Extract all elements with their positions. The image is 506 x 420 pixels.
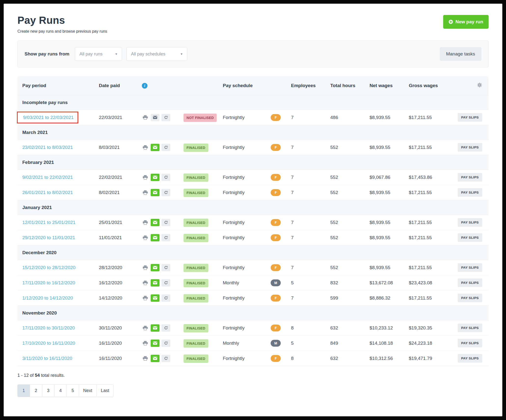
pay-slips-button[interactable]: PAY SLIPS [458, 278, 482, 287]
group-header-row: February 2021 [17, 155, 489, 170]
email-icon[interactable] [151, 189, 160, 196]
pay-run-row: 9/03/2021 to 22/03/2021 22/03/2021 [17, 110, 489, 125]
status-badge: FINALISED [184, 173, 208, 182]
email-icon[interactable] [151, 264, 160, 271]
pay-slips-button[interactable]: PAY SLIPS [458, 324, 482, 332]
printer-icon[interactable] [142, 234, 149, 241]
schedule-badge-cell: F [271, 295, 289, 302]
pagination-button[interactable]: Next [79, 384, 97, 397]
pagination-button[interactable]: 3 [42, 384, 54, 397]
pay-slips-button[interactable]: PAY SLIPS [458, 188, 482, 197]
pay-period-cell: 29/12/2020 to 11/01/2021 [17, 235, 99, 240]
pagination-button[interactable]: 5 [67, 384, 79, 397]
net-wages-cell: $10,312.56 [368, 356, 407, 361]
pay-schedule-cell: Fortnightly [223, 115, 271, 120]
new-pay-run-button[interactable]: New pay run [443, 15, 489, 29]
printer-icon[interactable] [142, 264, 149, 271]
pay-run-row: 3/11/2020 to 16/11/2020 16/11/2020 [17, 351, 489, 366]
pay-slips-button[interactable]: PAY SLIPS [458, 218, 482, 227]
recurring-icon[interactable] [161, 294, 170, 302]
recurring-icon[interactable] [161, 234, 170, 241]
email-icon[interactable] [151, 174, 160, 181]
recurring-icon[interactable] [161, 174, 170, 181]
printer-icon[interactable] [142, 189, 149, 196]
printer-icon[interactable] [142, 294, 149, 302]
recurring-icon[interactable] [161, 340, 170, 347]
schedule-badge-cell: F [271, 264, 289, 271]
pagination-button[interactable]: 4 [54, 384, 67, 397]
printer-icon[interactable] [142, 144, 149, 151]
email-icon[interactable] [151, 114, 160, 121]
date-paid-cell: 16/12/2020 [99, 280, 138, 286]
gear-icon[interactable] [477, 82, 482, 89]
email-icon[interactable] [151, 279, 160, 287]
employees-cell: 7 [289, 235, 328, 240]
printer-icon[interactable] [142, 279, 149, 287]
pay-slips-button[interactable]: PAY SLIPS [458, 113, 482, 122]
pagination-button[interactable]: Last [96, 384, 114, 397]
pay-slips-cell: PAY SLIPS [447, 218, 489, 227]
pay-period-link[interactable]: 15/12/2020 to 28/12/2020 [22, 265, 76, 270]
pay-schedules-filter-select[interactable]: All pay schedules ▾ [126, 47, 187, 61]
pay-period-link[interactable]: 17/11/2020 to 16/12/2020 [22, 280, 75, 286]
recurring-icon[interactable] [161, 114, 170, 121]
schedule-badge-cell: M [271, 340, 289, 347]
pay-period-link[interactable]: 17/11/2020 to 30/11/2020 [22, 325, 75, 331]
date-paid-cell: 11/01/2021 [99, 235, 138, 240]
pay-runs-page: Pay Runs Create new pay runs and browse … [4, 4, 502, 416]
status-cell: FINALISED [184, 341, 223, 346]
status-cell: NOT FINALISED [184, 115, 223, 120]
pay-slips-button[interactable]: PAY SLIPS [458, 339, 482, 347]
group-header-row: November 2020 [17, 305, 489, 320]
pay-period-link[interactable]: 23/02/2021 to 8/03/2021 [22, 145, 73, 150]
recurring-icon[interactable] [161, 324, 170, 332]
email-icon[interactable] [151, 144, 160, 151]
pay-slips-button[interactable]: PAY SLIPS [458, 263, 482, 272]
recurring-icon[interactable] [161, 144, 170, 151]
info-icon[interactable]: i [142, 83, 147, 89]
email-icon[interactable] [151, 234, 160, 241]
pay-period-link[interactable]: 26/01/2021 to 8/02/2021 [22, 190, 73, 195]
col-header-net-wages: Net wages [368, 83, 407, 88]
email-icon[interactable] [151, 219, 160, 226]
pay-slips-button[interactable]: PAY SLIPS [458, 173, 482, 182]
recurring-icon[interactable] [161, 355, 170, 362]
email-icon[interactable] [151, 324, 160, 332]
row-actions [138, 144, 184, 151]
pay-slips-button[interactable]: PAY SLIPS [458, 143, 482, 152]
pay-run-row: 26/01/2021 to 8/02/2021 8/02/2021 [17, 185, 489, 200]
recurring-icon[interactable] [161, 279, 170, 287]
pay-period-link[interactable]: 29/12/2020 to 11/01/2021 [22, 235, 75, 240]
col-header-gross-wages: Gross wages [407, 83, 447, 88]
recurring-icon[interactable] [161, 219, 170, 226]
printer-icon[interactable] [142, 174, 149, 181]
printer-icon[interactable] [142, 114, 149, 121]
pay-period-link[interactable]: 9/02/2021 to 22/02/2021 [22, 175, 73, 180]
email-icon[interactable] [151, 340, 160, 347]
printer-icon[interactable] [142, 340, 149, 347]
pay-period-link[interactable]: 12/01/2021 to 25/01/2021 [22, 220, 76, 225]
pay-slips-button[interactable]: PAY SLIPS [458, 294, 482, 302]
pay-period-link[interactable]: 9/03/2021 to 22/03/2021 [23, 115, 74, 120]
pay-runs-filter-select[interactable]: All pay runs ▾ [75, 47, 122, 61]
pay-period-link[interactable]: 17/10/2020 to 16/11/2020 [22, 341, 75, 346]
pay-period-cell: 17/10/2020 to 16/11/2020 [17, 341, 99, 346]
gross-wages-cell: $17,211.55 [407, 220, 447, 225]
printer-icon[interactable] [142, 219, 149, 226]
manage-tasks-button[interactable]: Manage tasks [440, 47, 481, 61]
pagination-button[interactable]: 1 [17, 384, 30, 397]
pay-slips-button[interactable]: PAY SLIPS [458, 354, 482, 363]
printer-icon[interactable] [142, 355, 149, 362]
chevron-down-icon: ▾ [181, 52, 183, 56]
pay-slips-cell: PAY SLIPS [447, 233, 489, 242]
email-icon[interactable] [151, 294, 160, 302]
pagination-button[interactable]: 2 [30, 384, 42, 397]
pay-schedules-filter-value: All pay schedules [131, 52, 165, 57]
recurring-icon[interactable] [161, 189, 170, 196]
recurring-icon[interactable] [161, 264, 170, 271]
pay-slips-button[interactable]: PAY SLIPS [458, 233, 482, 242]
pay-period-link[interactable]: 1/12/2020 to 14/12/2020 [22, 295, 73, 301]
pay-period-link[interactable]: 3/11/2020 to 16/11/2020 [22, 356, 72, 361]
printer-icon[interactable] [142, 324, 149, 332]
email-icon[interactable] [151, 355, 160, 362]
